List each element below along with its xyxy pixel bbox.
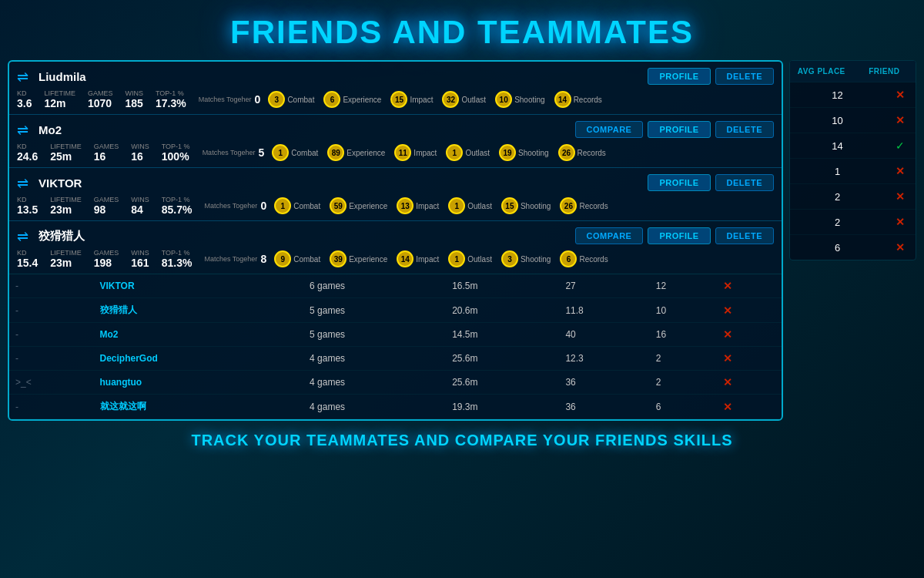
badge-label: Records [578, 149, 606, 157]
badge-label: Experience [343, 96, 381, 104]
stat-item: Top-1 %100% [162, 143, 190, 163]
teammate-name: 狡猾猎人 [94, 298, 304, 323]
profile-button-liudmila[interactable]: PROFILE [648, 68, 710, 85]
side-panel-action[interactable]: ✓ [885, 133, 916, 158]
side-panel-avg-place: 1 [790, 160, 885, 183]
player-name-label-hunter: 狡猾猎人 [38, 229, 85, 244]
stat-item: Wins185 [126, 89, 144, 109]
matches-together-value: 8 [260, 253, 266, 265]
teammate-num1: 12.3 [559, 347, 649, 371]
side-panel-action[interactable]: ✕ [885, 210, 916, 234]
stat-item: Wins16 [131, 143, 149, 163]
side-panel-avg-place: 10 [790, 109, 885, 133]
badge-value: 15 [390, 91, 407, 108]
compare-button-hunter[interactable]: COMPARE [575, 227, 644, 244]
stat-item: Top-1 %85.7% [162, 196, 192, 216]
stat-item: Top-1 %81.3% [162, 249, 192, 269]
stats-row-hunter: KD15.4Lifetime23mGames198Wins161Top-1 %8… [17, 249, 774, 269]
teammate-num1: 11.8 [559, 298, 649, 323]
player-buttons-liudmila: PROFILEDELETE [648, 68, 774, 85]
badge-group: 3Combat [268, 91, 320, 108]
badge-group: 26Records [558, 144, 612, 161]
stat-item: Wins161 [131, 249, 149, 269]
teammate-action[interactable]: ✕ [717, 395, 782, 419]
stat-label: KD [17, 196, 27, 203]
badge-group: 13Impact [397, 197, 445, 214]
side-panel-rows: 12✕10✕14✓1✕2✕2✕6✕ [790, 82, 916, 260]
teammate-lifetime: 14.5m [446, 323, 559, 347]
teammate-games: 4 games [303, 347, 446, 371]
profile-button-hunter[interactable]: PROFILE [648, 227, 710, 244]
teammate-name: Mo2 [94, 323, 304, 347]
delete-button-viktor[interactable]: DELETE [715, 174, 774, 191]
stat-item: KD3.6 [17, 89, 32, 109]
player-section-hunter: ⇌狡猾猎人COMPAREPROFILEDELETEKD15.4Lifetime2… [9, 221, 782, 274]
x-icon: ✕ [896, 89, 905, 101]
stat-value: 84 [131, 203, 143, 216]
stat-label: Top-1 % [162, 143, 190, 150]
side-panel-action[interactable]: ✕ [885, 235, 916, 260]
badge-label: Impact [416, 202, 439, 210]
badge-value: 3 [268, 91, 285, 108]
stat-label: Games [94, 143, 119, 150]
badge-label: Records [579, 202, 608, 210]
badge-label: Experience [349, 202, 387, 210]
teammate-lifetime: 25.6m [446, 371, 559, 395]
stat-label: Lifetime [50, 196, 82, 203]
side-panel-action[interactable]: ✕ [885, 108, 916, 133]
delete-button-hunter[interactable]: DELETE [715, 227, 774, 244]
side-panel-action[interactable]: ✕ [885, 82, 916, 107]
delete-button-mo2[interactable]: DELETE [715, 121, 774, 138]
badge-label: Impact [416, 255, 439, 264]
badge-group: 14Impact [397, 250, 445, 267]
side-panel-action[interactable]: ✕ [885, 184, 916, 209]
delete-button-liudmila[interactable]: DELETE [715, 68, 774, 85]
side-panel-avg-place: 12 [790, 83, 885, 107]
teammate-name: 就这就这啊 [94, 395, 304, 419]
teammate-action[interactable]: ✕ [717, 298, 782, 323]
stat-label: Lifetime [44, 89, 75, 97]
teammate-action[interactable]: ✕ [717, 323, 782, 347]
badge-value: 26 [558, 144, 575, 161]
badge-value: 32 [442, 91, 459, 108]
stat-value: 15.4 [17, 257, 38, 269]
stat-item: Games98 [94, 196, 119, 216]
profile-button-viktor[interactable]: PROFILE [648, 174, 710, 191]
stat-value: 25m [50, 150, 72, 163]
badge-group: 3Shooting [501, 250, 557, 267]
x-icon: ✕ [896, 190, 905, 203]
stat-label: Top-1 % [162, 249, 190, 257]
teammate-action[interactable]: ✕ [717, 347, 782, 371]
stats-row-viktor: KD13.5Lifetime23mGames98Wins84Top-1 %85.… [17, 196, 774, 216]
badge-value: 14 [554, 91, 571, 108]
teammate-num1: 36 [559, 371, 649, 395]
badge-group: 32Outlast [442, 91, 492, 108]
stat-label: Games [94, 249, 119, 257]
stat-value: 85.7% [162, 203, 192, 216]
side-panel-avg-place: 14 [790, 134, 885, 158]
teammate-action[interactable]: ✕ [717, 274, 782, 298]
teammate-games: 6 games [303, 274, 446, 298]
x-icon: ✕ [723, 304, 732, 317]
teammate-games: 4 games [303, 371, 446, 395]
badge-label: Shooting [518, 149, 548, 157]
badge-label: Shooting [521, 255, 551, 264]
side-panel-action[interactable]: ✕ [885, 159, 916, 183]
stat-value: 98 [94, 203, 106, 216]
stat-label: Wins [126, 89, 144, 97]
stat-item: Lifetime25m [50, 143, 82, 163]
player-section-liudmila: ⇌LiudmilaPROFILEDELETEKD3.6Lifetime12mGa… [9, 62, 782, 115]
compare-button-mo2[interactable]: COMPARE [575, 121, 644, 138]
badge-label: Shooting [521, 202, 551, 210]
profile-button-mo2[interactable]: PROFILE [648, 121, 710, 138]
page-title: FRIENDS AND TEAMMATES [0, 0, 924, 60]
teammate-action[interactable]: ✕ [717, 371, 782, 395]
stat-value: 81.3% [162, 257, 192, 269]
side-panel-avg-place: 2 [790, 210, 885, 234]
teammate-num2: 2 [650, 371, 718, 395]
badge-value: 6 [560, 250, 577, 267]
x-icon: ✕ [896, 241, 905, 254]
stat-item: Games16 [94, 143, 119, 163]
friends-panel: ⇌LiudmilaPROFILEDELETEKD3.6Lifetime12mGa… [8, 60, 783, 421]
badge-value: 9 [274, 250, 291, 267]
